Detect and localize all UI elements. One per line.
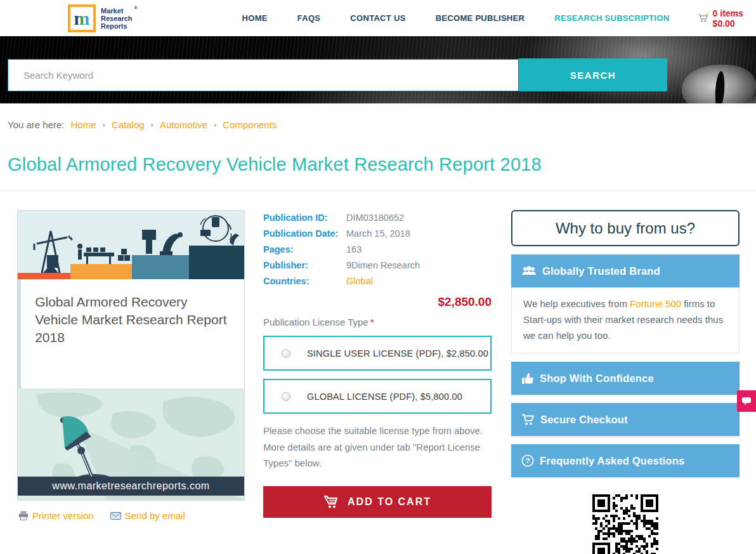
search-button[interactable]: SEARCH — [519, 58, 667, 91]
cart-count-label: 0 items $0.00 — [713, 8, 756, 29]
license-option-label: GLOBAL LICENSE (PDF), $5,800.00 — [307, 392, 462, 402]
question-icon: ? — [521, 454, 534, 467]
detail-value: DIM03180652 — [346, 210, 404, 226]
cover-title: Global Armored Recovery Vehicle Market R… — [21, 279, 244, 388]
industry-illustration — [18, 211, 244, 279]
logo[interactable]: m ® Market Research Reports — [68, 4, 133, 32]
nav-contact-us[interactable]: CONTACT US — [350, 13, 405, 23]
trusted-brand-description: We help executives from Fortune 500 firm… — [511, 287, 740, 353]
registered-mark: ® — [134, 4, 137, 12]
breadcrumb: You are here: Home › Catalog › Automotiv… — [8, 119, 756, 130]
cart-summary[interactable]: 0 items $0.00 — [698, 8, 756, 29]
license-type-label: Publication License Type* — [263, 317, 492, 327]
qr-code — [511, 494, 740, 554]
feature-title: Secure Checkout — [540, 414, 628, 426]
cart-icon — [521, 414, 535, 426]
chat-widget-tab[interactable] — [737, 390, 756, 412]
logo-text: ® Market Research Reports — [101, 7, 133, 30]
breadcrumb-home[interactable]: Home — [71, 119, 96, 130]
svg-text:?: ? — [526, 457, 530, 465]
nav-home[interactable]: HOME — [242, 13, 268, 23]
chat-bubble-icon — [741, 397, 752, 406]
cover-website-bar: www.marketresearchreports.com — [18, 477, 244, 496]
search-input[interactable] — [8, 59, 519, 91]
cart-icon — [698, 12, 708, 24]
nav-become-publisher[interactable]: BECOME PUBLISHER — [436, 13, 525, 23]
feature-secure-checkout: Secure Checkout — [511, 403, 740, 436]
page-title: Global Armored Recovery Vehicle Market R… — [8, 154, 756, 175]
breadcrumb-catalog[interactable]: Catalog — [112, 119, 145, 130]
publication-details-column: Publication ID: DIM03180652 Publication … — [263, 210, 492, 554]
feature-shop-with-confidence: Shop With Confidence — [511, 362, 740, 395]
page: { "header": { "logo": { "monogram": "m",… — [0, 0, 756, 554]
nav-faqs[interactable]: FAQS — [297, 13, 321, 23]
printer-version-link[interactable]: Printer version — [18, 510, 94, 521]
breadcrumb-separator: › — [214, 120, 216, 129]
countries-global-link[interactable]: Global — [346, 274, 373, 289]
cover-actions: Printer version Send by email — [18, 510, 245, 521]
detail-row-countries: Countries: Global — [263, 274, 492, 289]
send-by-email-link[interactable]: Send by email — [110, 510, 185, 521]
detail-row-publisher: Publisher: 9Dimen Research — [263, 258, 492, 274]
breadcrumb-prefix: You are here: — [8, 119, 65, 130]
nav-research-subscription[interactable]: RESEARCH SUBSCRIPTION — [554, 13, 669, 23]
detail-label: Publisher: — [263, 258, 346, 274]
detail-row-publication-date: Publication Date: March 15, 2018 — [263, 226, 492, 242]
required-asterisk: * — [370, 317, 374, 327]
why-buy-sidebar: Why to buy from us? Globally Trusted Bra… — [511, 210, 740, 554]
breadcrumb-separator: › — [103, 120, 105, 129]
cart-icon — [323, 495, 340, 509]
logo-icon: m — [68, 4, 96, 32]
feature-globally-trusted-brand: Globally Trusted Brand — [511, 254, 740, 287]
detail-label: Publication Date: — [263, 226, 346, 242]
product-cover-column: Global Armored Recovery Vehicle Market R… — [17, 210, 245, 554]
cover-title-area: Global Armored Recovery Vehicle Market R… — [18, 279, 244, 388]
main-content: Global Armored Recovery Vehicle Market R… — [17, 210, 756, 554]
detail-label: Pages: — [263, 242, 346, 258]
cover-map-area: www.marketresearchreports.com — [18, 388, 244, 500]
feature-title: Frequently Asked Questions — [540, 455, 684, 467]
feature-title: Globally Trusted Brand — [542, 265, 660, 277]
breadcrumb-components[interactable]: Components — [223, 119, 277, 130]
thumbs-up-icon — [521, 373, 534, 385]
main-nav: HOME FAQS CONTACT US BECOME PUBLISHER RE… — [242, 13, 670, 23]
radio-button[interactable] — [282, 392, 290, 401]
radio-button[interactable] — [282, 349, 290, 358]
feature-faq[interactable]: ? Frequently Asked Questions — [511, 444, 740, 477]
breadcrumb-automotive[interactable]: Automotive — [160, 119, 207, 130]
license-option-global[interactable]: GLOBAL LICENSE (PDF), $5,800.00 — [263, 379, 492, 414]
users-icon — [521, 266, 537, 277]
printer-icon — [18, 511, 29, 520]
fortune-500-link[interactable]: Fortune 500 — [630, 298, 681, 309]
search-banner: SEARCH — [0, 36, 756, 103]
header: m ® Market Research Reports HOME FAQS CO… — [0, 0, 756, 36]
license-option-single-user[interactable]: SINGLE USER LICENSE (PDF), $2,850.00 — [263, 336, 492, 371]
price: $2,850.00 — [263, 295, 492, 309]
feature-title: Shop With Confidence — [540, 373, 654, 385]
report-cover: Global Armored Recovery Vehicle Market R… — [17, 210, 245, 501]
why-to-buy-box: Why to buy from us? — [511, 210, 740, 246]
license-option-label: SINGLE USER LICENSE (PDF), $2,850.00 — [307, 348, 488, 359]
detail-row-pages: Pages: 163 — [263, 242, 492, 258]
detail-label: Publication ID: — [263, 210, 346, 226]
detail-value: 163 — [346, 242, 362, 258]
detail-value: 9Dimen Research — [346, 258, 420, 274]
detail-row-publication-id: Publication ID: DIM03180652 — [263, 210, 492, 226]
email-icon — [110, 512, 121, 520]
title-divider — [0, 190, 756, 191]
license-note: Please choose the suitable license type … — [263, 423, 489, 472]
breadcrumb-separator: › — [151, 120, 153, 129]
detail-value: March 15, 2018 — [346, 226, 410, 242]
add-to-cart-button[interactable]: ADD TO CART — [263, 486, 492, 518]
detail-label: Countries: — [263, 274, 346, 289]
